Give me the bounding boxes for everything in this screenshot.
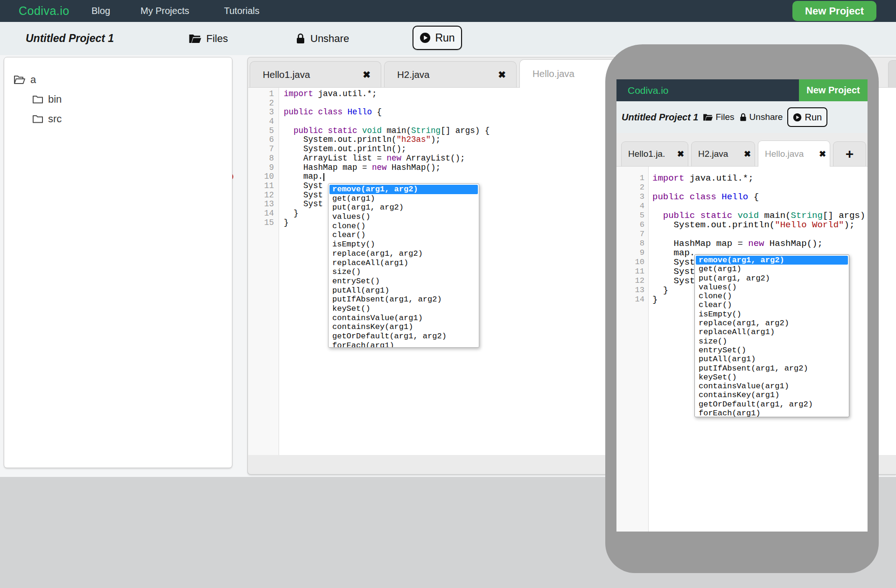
nav-link-my-projects[interactable]: My Projects <box>140 0 189 22</box>
autocomplete-item[interactable]: containsValue(arg1) <box>329 314 478 323</box>
line-number: 8 <box>616 239 644 248</box>
autocomplete-item: get(arg1) <box>696 265 848 273</box>
phone-files-label: Files <box>715 112 734 122</box>
line-number: 10 <box>616 258 644 267</box>
tab-hello1-java[interactable]: Hello1.java ✖ <box>250 61 381 87</box>
line-number: 6 <box>616 220 644 230</box>
autocomplete-popup: remove(arg1, arg2)get(arg1)put(arg1, arg… <box>328 183 479 348</box>
autocomplete-item[interactable]: values() <box>329 212 478 222</box>
tree-item-bin[interactable]: bin <box>32 90 232 109</box>
autocomplete-item: clone() <box>696 292 848 301</box>
phone-tab-h2-java: H2.java ✖ <box>691 141 755 166</box>
autocomplete-item[interactable]: containsKey(arg1) <box>329 322 478 332</box>
tab-label: H2.java <box>397 69 498 80</box>
phone-line-number-gutter: 123456789✕1011121314 <box>616 167 649 532</box>
line-number: 1 <box>616 174 644 183</box>
line-number: 1 <box>248 90 274 99</box>
unshare-label: Unshare <box>310 33 349 45</box>
text-cursor <box>323 173 324 181</box>
autocomplete-item[interactable]: forEach(arg1) <box>329 341 478 348</box>
phone-mockup: Codiva.io New Project Untitled Project 1… <box>605 44 879 573</box>
autocomplete-item[interactable]: replace(arg1, arg2) <box>329 249 478 259</box>
code-line: public class Hello { <box>652 192 868 202</box>
close-icon: ✖ <box>677 149 684 159</box>
tab-label: Hello.java <box>765 149 819 159</box>
line-number: 11 <box>616 267 644 276</box>
autocomplete-item: size() <box>696 337 848 346</box>
line-number: 12 <box>248 191 274 200</box>
autocomplete-item[interactable]: keySet() <box>329 304 478 314</box>
code-line <box>652 183 868 192</box>
phone-new-tab-button: + <box>833 141 866 166</box>
autocomplete-item[interactable]: isEmpty() <box>329 240 478 249</box>
lock-icon <box>295 33 306 45</box>
autocomplete-item[interactable]: clone() <box>329 222 478 231</box>
phone-tab-hello1-java: Hello1.ja. ✖ <box>621 141 688 166</box>
line-number: 2 <box>616 183 644 192</box>
line-number: 12 <box>616 276 644 286</box>
app-logo[interactable]: Codiva.io <box>19 0 70 22</box>
phone-tabbar: Hello1.ja. ✖ H2.java ✖ Hello.java ✖ + <box>616 133 868 166</box>
tree-item-label: bin <box>48 93 62 105</box>
phone-autocomplete-popup: remove(arg1, arg2)get(arg1)put(arg1, arg… <box>694 254 849 417</box>
autocomplete-item[interactable]: clear() <box>329 231 478 240</box>
tab-label: H2.java <box>698 149 744 159</box>
autocomplete-item: replaceAll(arg1) <box>696 328 848 336</box>
line-number: 5 <box>616 211 644 220</box>
play-icon <box>420 32 431 43</box>
files-button[interactable]: Files <box>189 22 228 55</box>
phone-project-toolbar: Untitled Project 1 Files Unshare Run <box>616 101 868 133</box>
autocomplete-item: clear() <box>696 301 848 309</box>
autocomplete-item[interactable]: remove(arg1, arg2) <box>329 185 478 194</box>
line-number: 13 <box>616 286 644 295</box>
line-number: 9✕ <box>616 248 644 258</box>
code-line <box>652 202 868 211</box>
run-button[interactable]: Run <box>413 26 462 50</box>
nav-link-tutorials[interactable]: Tutorials <box>224 0 259 22</box>
tree-item-src[interactable]: src <box>32 110 232 128</box>
tab-h2-java[interactable]: H2.java ✖ <box>384 61 517 87</box>
autocomplete-item[interactable]: getOrDefault(arg1, arg2) <box>329 332 478 341</box>
close-icon[interactable]: ✖ <box>498 69 506 80</box>
autocomplete-item[interactable]: putIfAbsent(arg1, arg2) <box>329 295 478 304</box>
tab-label: Hello1.ja. <box>628 149 677 159</box>
tree-item-label: src <box>48 113 62 125</box>
line-number: 9 <box>248 163 274 173</box>
line-number: 6 <box>248 135 274 145</box>
lock-icon <box>739 112 747 122</box>
line-number: 2 <box>248 99 274 108</box>
autocomplete-item[interactable]: putAll(arg1) <box>329 286 478 295</box>
file-tree-panel: a bin src <box>4 57 232 468</box>
autocomplete-item: put(arg1, arg2) <box>696 274 848 283</box>
phone-new-project-button: New Project <box>799 79 868 101</box>
project-title: Untitled Project 1 <box>26 22 114 55</box>
nav-link-blog[interactable]: Blog <box>91 0 110 22</box>
plus-icon: + <box>846 146 854 162</box>
autocomplete-item[interactable]: size() <box>329 267 478 277</box>
code-line: System.out.println("Hello World"); <box>652 220 868 230</box>
folder-icon <box>32 95 43 104</box>
line-number: 8 <box>248 154 274 163</box>
folder-open-icon <box>703 113 713 122</box>
autocomplete-item[interactable]: get(arg1) <box>329 194 478 203</box>
autocomplete-item: containsKey(arg1) <box>696 391 848 399</box>
code-line: HashMap map = new HashMap(); <box>652 239 868 248</box>
tree-item-label: a <box>30 74 36 86</box>
folder-open-icon <box>14 75 26 85</box>
line-number: 3 <box>248 108 274 117</box>
close-icon: ✖ <box>744 149 751 159</box>
autocomplete-item: isEmpty() <box>696 310 848 319</box>
autocomplete-item[interactable]: replaceAll(arg1) <box>329 259 478 268</box>
autocomplete-item[interactable]: entrySet() <box>329 277 478 286</box>
code-line: import java.util.*; <box>652 174 868 183</box>
close-icon[interactable]: ✖ <box>363 69 371 80</box>
autocomplete-item[interactable]: put(arg1, arg2) <box>329 203 478 212</box>
autocomplete-item: remove(arg1, arg2) <box>696 256 848 265</box>
close-icon: ✖ <box>819 149 826 159</box>
autocomplete-item: getOrDefault(arg1, arg2) <box>696 400 848 409</box>
unshare-button[interactable]: Unshare <box>295 22 349 55</box>
tree-item-a[interactable]: a <box>14 70 232 89</box>
new-project-button[interactable]: New Project <box>792 1 876 21</box>
autocomplete-item: entrySet() <box>696 346 848 355</box>
line-number: 4 <box>248 117 274 126</box>
